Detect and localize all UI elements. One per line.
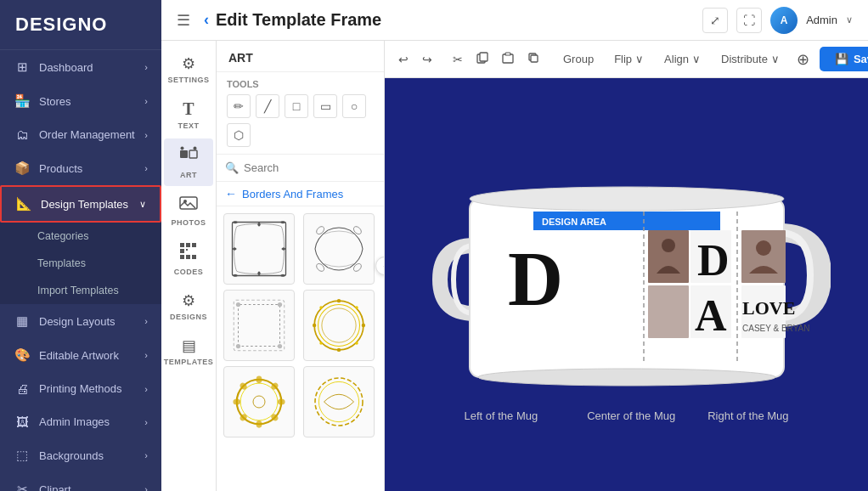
tool-label: ART [180, 171, 197, 179]
sidebar-item-editable-artwork[interactable]: 🎨 Editable Artwork › [0, 338, 161, 372]
submenu-item-import[interactable]: Import Templates [0, 277, 161, 304]
rect-tool[interactable]: □ [285, 94, 308, 118]
svg-rect-11 [180, 255, 184, 259]
sidebar-item-order-management[interactable]: 🗂 Order Management › [0, 118, 161, 151]
chevron-icon: › [144, 450, 148, 460]
tool-settings[interactable]: ⚙ SETTINGS [164, 48, 213, 91]
tool-label: TEXT [178, 121, 199, 130]
chevron-icon: › [144, 417, 148, 427]
sidebar-item-design-layouts[interactable]: ▦ Design Layouts › [0, 304, 161, 338]
search-input[interactable] [244, 161, 385, 174]
frame-thumb-4[interactable] [303, 290, 375, 361]
tool-text[interactable]: T TEXT [164, 93, 213, 137]
svg-point-34 [319, 341, 323, 345]
svg-point-46 [253, 396, 265, 408]
hamburger-button[interactable]: ☰ [177, 11, 190, 30]
svg-point-48 [318, 381, 358, 421]
art-icon [179, 145, 198, 168]
mug-svg: DESIGN AREA D D [423, 148, 831, 403]
svg-point-38 [256, 375, 262, 383]
dashboard-icon: ⊞ [14, 59, 31, 75]
svg-rect-67 [648, 285, 689, 338]
submenu-item-categories[interactable]: Categories [0, 223, 161, 250]
align-chevron-icon: ∨ [692, 53, 701, 65]
stores-icon: 🏪 [14, 93, 31, 109]
svg-point-17 [314, 262, 324, 273]
flip-button[interactable]: Flip ∨ [607, 49, 651, 69]
svg-rect-6 [180, 243, 184, 247]
sidebar-item-design-templates[interactable]: 📐 Design Templates ∨ [0, 185, 161, 223]
svg-rect-10 [186, 249, 188, 251]
svg-rect-1 [189, 150, 197, 158]
tool-codes[interactable]: CODES [164, 235, 213, 283]
svg-point-39 [256, 420, 262, 428]
sidebar-item-printing-methods[interactable]: 🖨 Printing Methods › [0, 372, 161, 405]
pencil-tool[interactable]: ✏ [227, 94, 251, 118]
submenu-item-templates[interactable]: Templates [0, 250, 161, 277]
tool-photos[interactable]: PHOTOS [164, 188, 213, 234]
frame-thumb-1[interactable] [223, 213, 295, 285]
tool-templates[interactable]: ▤ TEMPLATES [164, 330, 213, 373]
sidebar-item-label: Clipart [39, 483, 71, 492]
line-tool[interactable]: ╱ [256, 94, 279, 118]
design-templates-icon: 📐 [15, 196, 32, 212]
chevron-icon: › [144, 484, 148, 491]
canvas-area: ↩ ↪ ✂ Group Flip ∨ [385, 41, 868, 491]
art-nav-back-arrow[interactable]: ← [225, 187, 237, 200]
expand-icon-button[interactable]: ⤢ [702, 8, 728, 33]
tools-label: TOOLS [227, 79, 374, 89]
art-frames-grid [217, 206, 384, 444]
chevron-icon: › [144, 163, 148, 173]
circle-tool[interactable]: ○ [342, 94, 366, 118]
svg-text:D: D [508, 237, 563, 321]
redo-button[interactable]: ↪ [419, 49, 436, 70]
distribute-button[interactable]: Distribute ∨ [714, 49, 786, 69]
left-tools-panel: ⚙ SETTINGS T TEXT ART [161, 41, 217, 491]
art-nav-label[interactable]: Borders And Frames [242, 188, 343, 200]
undo-button[interactable]: ↩ [395, 49, 412, 70]
svg-point-16 [352, 225, 362, 235]
editor-area: ⚙ SETTINGS T TEXT ART [161, 41, 868, 491]
polygon-tool[interactable]: ⬡ [227, 123, 251, 147]
sidebar-item-backgrounds[interactable]: ⬚ Backgrounds › [0, 438, 161, 472]
save-button[interactable]: 💾 Save [820, 47, 868, 71]
design-layouts-icon: ▦ [14, 313, 31, 329]
svg-point-3 [194, 147, 197, 150]
svg-rect-70 [741, 230, 786, 283]
frame-thumb-2[interactable] [303, 213, 375, 285]
mug-label-left: Left of the Mug [464, 409, 538, 422]
sidebar-item-dashboard[interactable]: ⊞ Dashboard › [0, 50, 161, 84]
admin-chevron-icon[interactable]: ∨ [846, 14, 853, 25]
frame-thumb-5[interactable] [223, 366, 295, 437]
fullscreen-icon-button[interactable]: ⛶ [736, 8, 762, 33]
sidebar-item-stores[interactable]: 🏪 Stores › [0, 84, 161, 118]
duplicate-button[interactable] [524, 48, 543, 70]
align-button[interactable]: Align ∨ [657, 49, 707, 69]
sidebar-item-label: Products [39, 162, 82, 175]
svg-point-23 [236, 344, 240, 348]
paste-button[interactable] [499, 48, 517, 70]
back-arrow-button[interactable]: ‹ [204, 11, 209, 29]
admin-images-icon: 🖼 [14, 415, 31, 429]
sidebar-item-clipart[interactable]: ✂ Clipart › [0, 472, 161, 491]
tool-art[interactable]: ART [164, 138, 213, 186]
chevron-icon: › [144, 130, 148, 140]
sidebar-item-admin-images[interactable]: 🖼 Admin Images › [0, 405, 161, 438]
more-options-button[interactable]: ⊕ [793, 47, 813, 72]
art-nav-breadcrumb: ← Borders And Frames [217, 182, 384, 206]
frame-thumb-3[interactable] [223, 290, 295, 361]
tool-designs[interactable]: ⚙ DESIGNS [164, 285, 213, 328]
cut-button[interactable]: ✂ [449, 49, 466, 70]
svg-rect-0 [180, 150, 188, 158]
svg-rect-14 [233, 223, 286, 276]
frame-thumb-6[interactable] [303, 366, 375, 437]
sidebar-item-label: Stores [39, 95, 71, 108]
clipart-icon: ✂ [14, 482, 31, 491]
photos-icon [179, 195, 198, 216]
rounded-rect-tool[interactable]: ▭ [313, 94, 337, 118]
header-right: ⤢ ⛶ A Admin ∨ [702, 7, 853, 34]
sidebar-item-products[interactable]: 📦 Products › [0, 151, 161, 185]
text-icon: T [183, 99, 194, 119]
copy-button[interactable] [473, 48, 492, 70]
group-button[interactable]: Group [556, 49, 600, 69]
